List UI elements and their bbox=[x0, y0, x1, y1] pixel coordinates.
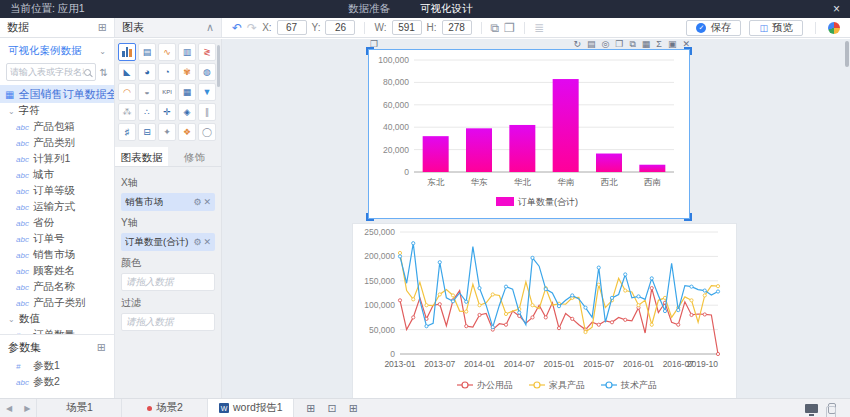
bar-chart-tile[interactable] bbox=[118, 43, 136, 61]
world-map-chart-tile[interactable]: ◯ bbox=[198, 123, 216, 141]
field-item[interactable]: abc订单等级 bbox=[0, 183, 114, 199]
curve-chart-tile[interactable]: ∿ bbox=[158, 43, 176, 61]
spiral-chart-tile[interactable]: ◍ bbox=[198, 63, 216, 81]
boxplot-chart-tile[interactable]: ⊟ bbox=[138, 123, 156, 141]
flow-map-chart-tile[interactable]: ✦ bbox=[158, 123, 176, 141]
field-item[interactable]: abc运输方式 bbox=[0, 199, 114, 215]
dataset-table-item[interactable]: ▦ 全国销售订单数据全... bbox=[0, 85, 114, 103]
gear-icon[interactable]: ⚙ bbox=[193, 197, 201, 207]
grid-scrollbar[interactable] bbox=[217, 45, 220, 87]
remove-field-icon[interactable]: ✕ bbox=[203, 197, 211, 207]
column-line-chart-tile[interactable]: ▥ bbox=[178, 43, 196, 61]
rose-chart-tile[interactable]: ✾ bbox=[178, 63, 196, 81]
candlestick-chart-tile[interactable]: ♯ bbox=[118, 123, 136, 141]
gauge-chart-tile[interactable]: ◒ bbox=[138, 83, 156, 101]
color-dropzone[interactable]: 请拖入数据 bbox=[121, 273, 215, 291]
paste-icon[interactable]: ❐ bbox=[504, 22, 515, 34]
redo-icon[interactable]: ↷ bbox=[247, 22, 257, 34]
tab-visual-design[interactable]: 可视化设计 bbox=[420, 2, 473, 16]
collapse-icon[interactable]: ∧ bbox=[206, 21, 214, 34]
theme-color-icon[interactable] bbox=[828, 22, 840, 34]
copy-icon[interactable]: ⧉ bbox=[491, 22, 500, 34]
field-item[interactable]: abc产品名称 bbox=[0, 279, 114, 295]
aggregate-icon[interactable]: Σ bbox=[656, 40, 662, 49]
remove-field-icon[interactable]: ✕ bbox=[203, 237, 211, 247]
export-icon[interactable]: ▤ bbox=[587, 40, 596, 49]
donut-chart-tile[interactable]: ◔ bbox=[158, 63, 176, 81]
next-scene-icon[interactable]: ▶ bbox=[18, 404, 36, 413]
add-dataset-icon[interactable]: ⊞ bbox=[98, 21, 107, 34]
field-item[interactable]: abc计算列1 bbox=[0, 151, 114, 167]
mobile-view-icon[interactable] bbox=[828, 403, 836, 414]
field-item[interactable]: abc省份 bbox=[0, 215, 114, 231]
param-item[interactable]: abc参数2 bbox=[0, 374, 114, 390]
funnel-chart-tile[interactable]: ▼ bbox=[198, 83, 216, 101]
design-canvas[interactable]: ❐ ↻▤◎❐⧉▦Σ▣✕ 020,00040,00060,00080,000100… bbox=[222, 39, 850, 398]
add-dashboard-icon[interactable]: ⊡ bbox=[328, 402, 337, 415]
pie-chart-tile[interactable]: ◕ bbox=[138, 63, 156, 81]
dataset-select[interactable]: 可视化案例数据 ⌄ bbox=[0, 39, 114, 61]
line-chart-widget[interactable]: 050,000100,000150,000200,000250,0002013-… bbox=[352, 223, 737, 398]
bar-chart-widget[interactable]: 020,00040,00060,00080,000100,000东北华东华北华南… bbox=[368, 49, 690, 219]
selection-handle[interactable] bbox=[684, 47, 692, 55]
gear-icon[interactable]: ⚙ bbox=[193, 237, 201, 247]
sort-fields-icon[interactable]: ⇅ bbox=[100, 67, 108, 78]
tab-data-preparation[interactable]: 数据准备 bbox=[348, 2, 390, 16]
group-string-fields[interactable]: ⌄ 字符 bbox=[0, 103, 114, 119]
field-item[interactable]: abc产品包箱 bbox=[0, 119, 114, 135]
refresh-icon[interactable]: ↻ bbox=[573, 40, 581, 49]
selection-handle[interactable] bbox=[684, 213, 692, 221]
zigzag-chart-tile[interactable]: ≷ bbox=[198, 43, 216, 61]
hbar-chart-tile[interactable]: ▤ bbox=[138, 43, 156, 61]
y-axis-chip[interactable]: 订单数量(合计) ⚙ ✕ bbox=[121, 233, 215, 251]
search-box[interactable] bbox=[6, 63, 96, 81]
close-icon[interactable]: × bbox=[833, 2, 840, 16]
arc-gauge-chart-tile[interactable]: ◠ bbox=[118, 83, 136, 101]
field-item[interactable]: abc订单号 bbox=[0, 231, 114, 247]
area-chart-tile[interactable]: ◣ bbox=[118, 63, 136, 81]
w-input[interactable] bbox=[392, 20, 422, 35]
search-input[interactable] bbox=[10, 67, 84, 77]
tab-scene-2[interactable]: 场景2 bbox=[122, 399, 208, 417]
data-table-icon[interactable]: ▦ bbox=[642, 40, 651, 49]
kpi-card-tile[interactable]: KPI bbox=[158, 83, 176, 101]
treemap-chart-tile[interactable]: ▦ bbox=[178, 83, 196, 101]
x-input[interactable] bbox=[277, 20, 307, 35]
save-image-icon[interactable]: ▣ bbox=[668, 40, 677, 49]
field-item[interactable]: abc产品子类别 bbox=[0, 295, 114, 311]
bubble-chart-tile[interactable]: ∴ bbox=[138, 103, 156, 121]
tab-decorate[interactable]: 修饰 bbox=[168, 147, 221, 166]
tab-scene-1[interactable]: 场景1 bbox=[36, 399, 122, 417]
field-item[interactable]: abc城市 bbox=[0, 167, 114, 183]
add-scene-icon[interactable]: ⊞ bbox=[306, 402, 315, 415]
relation-graph-tile[interactable]: ⁂ bbox=[118, 103, 136, 121]
desktop-view-icon[interactable] bbox=[805, 404, 818, 413]
add-report-icon[interactable]: ⊞ bbox=[349, 402, 358, 415]
x-axis-chip[interactable]: 销售市场 ⚙ ✕ bbox=[121, 193, 215, 211]
selection-handle[interactable] bbox=[366, 213, 374, 221]
mark-icon[interactable]: ◎ bbox=[601, 40, 609, 49]
group-numeric-fields[interactable]: ⌄ 数值 bbox=[0, 311, 114, 327]
copy-icon[interactable]: ❐ bbox=[615, 40, 623, 49]
tab-chart-data[interactable]: 图表数据 bbox=[115, 147, 168, 166]
filter-dropzone[interactable]: 请拖入数据 bbox=[121, 313, 215, 331]
prev-scene-icon[interactable]: ◀ bbox=[0, 404, 18, 413]
stem-chart-tile[interactable]: ✛ bbox=[158, 103, 176, 121]
field-item[interactable]: abc销售市场 bbox=[0, 247, 114, 263]
field-item[interactable]: abc产品类别 bbox=[0, 135, 114, 151]
share-icon[interactable]: ⧉ bbox=[629, 40, 635, 49]
tab-word-report-1[interactable]: W word报告1 bbox=[208, 399, 294, 417]
preview-button[interactable]: ◫ 预览 bbox=[749, 20, 803, 36]
param-item[interactable]: #参数1 bbox=[0, 358, 114, 374]
save-button[interactable]: ✓ 保存 bbox=[686, 20, 741, 36]
y-input[interactable] bbox=[325, 20, 355, 35]
field-item[interactable]: abc顾客姓名 bbox=[0, 263, 114, 279]
canvas-scrollbar[interactable] bbox=[845, 41, 849, 67]
add-param-icon[interactable]: ⊞ bbox=[97, 341, 106, 354]
parallel-chart-tile[interactable]: ∥ bbox=[198, 103, 216, 121]
undo-icon[interactable]: ↶ bbox=[232, 22, 242, 34]
h-input[interactable] bbox=[442, 20, 472, 35]
radar-chart-tile[interactable]: ◈ bbox=[178, 103, 196, 121]
bubble-map-chart-tile[interactable]: ❖ bbox=[178, 123, 196, 141]
selection-handle[interactable] bbox=[366, 47, 374, 55]
